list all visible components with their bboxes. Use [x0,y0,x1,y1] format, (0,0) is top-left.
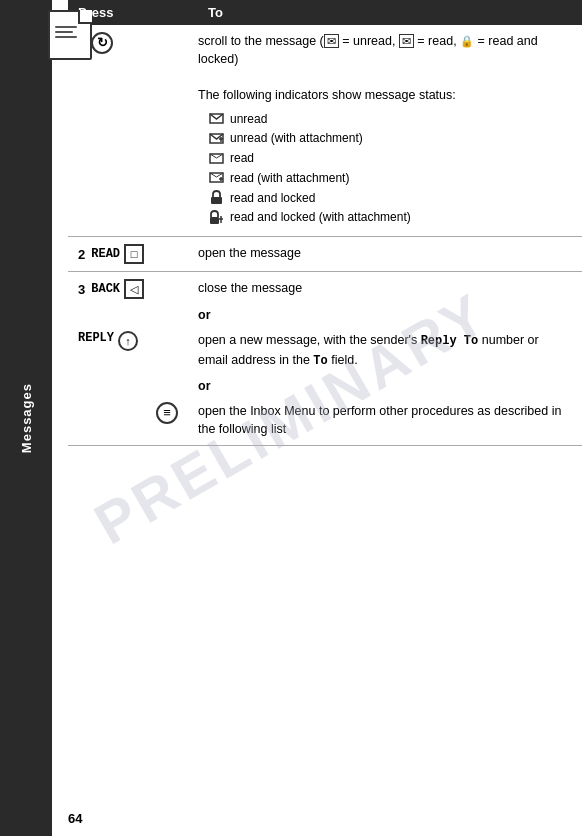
list-item-read-attach: read (with attachment) [208,170,572,187]
header-to: To [198,0,582,25]
list-item-read-attach-text: read (with attachment) [230,170,349,187]
doc-icon-lines [50,12,90,43]
sidebar-icon-area [52,0,68,836]
read-attach-icon [208,171,224,185]
cell-step3c-left: ≡ [68,395,198,445]
or-text-2: or [198,379,211,393]
cell-step3a-right: close the message [198,272,582,306]
sidebar: Messages [0,0,68,836]
list-item-read-text: read [230,150,254,167]
main-content: Press To 1 ↻ scroll to the message (✉ = … [68,0,582,836]
doc-line [55,26,77,28]
unread-attach-icon [208,131,224,145]
step3a-icon: ◁ [124,279,144,299]
list-item-read-locked: read and locked [208,190,572,207]
list-item-unread-attach: unread (with attachment) [208,130,572,147]
list-item-read-locked-text: read and locked [230,190,315,207]
doc-line [55,31,73,33]
unread-icon [208,112,224,126]
cell-step3c-right: open the Inbox Menu to perform other pro… [198,395,582,445]
list-item-read: read [208,150,572,167]
list-item-read-locked-attach-text: read and locked (with attachment) [230,209,411,226]
document-icon [48,10,92,60]
lock-attach-icon [208,210,224,224]
cell-step3a-left: 3 BACK ◁ [68,272,198,306]
or-text-1: or [198,308,211,322]
step-number-2: 2 [78,247,85,262]
svg-rect-13 [210,217,219,224]
table-header: Press To [68,0,582,25]
list-item-unread-attach-text: unread (with attachment) [230,130,363,147]
step3b-icon: ↑ [118,331,138,351]
or-row-1: or [68,306,582,324]
list-item-read-locked-attach: read and locked (with attachment) [208,209,572,226]
cell-step1-right: scroll to the message (✉ = unread, ✉ = r… [198,25,582,236]
cell-step2-left: 2 READ □ [68,237,198,271]
step3c-text: open the Inbox Menu to perform other pro… [198,404,561,436]
step3a-label: BACK [91,282,120,296]
table-row-3a: 3 BACK ◁ close the message [68,272,582,306]
table-row: 1 ↻ scroll to the message (✉ = unread, ✉… [68,25,582,237]
lock-icon [208,191,224,205]
step2-text: open the message [198,246,301,260]
table-row-3c: ≡ open the Inbox Menu to perform other p… [68,395,582,446]
table-row-2: 2 READ □ open the message [68,237,582,272]
step1-main-text: scroll to the message (✉ = unread, ✉ = r… [198,34,538,66]
step2-label: READ [91,247,120,261]
read-icon [208,151,224,165]
page-number: 64 [68,811,82,826]
page-footer: 64 [68,811,82,826]
or-row-2: or [68,377,582,395]
step3c-icon: ≡ [156,402,178,424]
svg-rect-12 [211,197,222,204]
page-wrapper: Messages Press To 1 [0,0,582,836]
sidebar-label: Messages [19,383,34,453]
list-item-unread-text: unread [230,111,267,128]
table-row-3b: REPLY ↑ open a new message, with the sen… [68,324,582,377]
doc-line [55,36,77,38]
step1-list-intro: The following indicators show message st… [198,88,456,102]
cell-step2-right: open the message [198,237,582,271]
status-list: unread unread (with attachment) [208,111,572,227]
step3a-text: close the message [198,281,302,295]
doc-icon-container [48,10,98,65]
sidebar-tab: Messages [0,0,52,836]
cell-step3b-left: REPLY ↑ [68,324,198,377]
step2-icon: □ [124,244,144,264]
step3b-text: open a new message, with the sender's Re… [198,333,539,366]
step-number-3: 3 [78,282,85,297]
list-item-unread: unread [208,111,572,128]
cell-step3b-right: open a new message, with the sender's Re… [198,324,582,377]
step3b-label: REPLY [78,331,114,345]
